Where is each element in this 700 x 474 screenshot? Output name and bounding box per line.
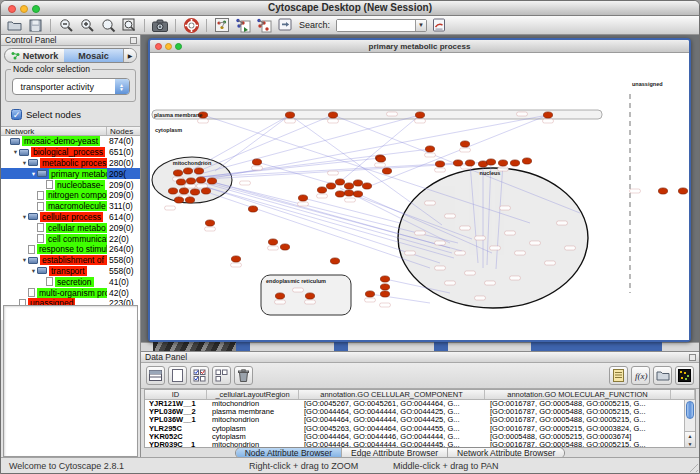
zoom-out-icon[interactable]: [57, 17, 75, 33]
network-node[interactable]: [305, 293, 314, 299]
network-node[interactable]: [465, 160, 474, 166]
help-lifering-icon[interactable]: [182, 17, 200, 33]
network-node[interactable]: [231, 256, 240, 262]
unselect-attributes-icon[interactable]: [212, 366, 231, 385]
network-node[interactable]: [460, 141, 469, 147]
network-node[interactable]: [543, 112, 552, 118]
overview-panel-icon[interactable]: [213, 17, 231, 33]
col-id[interactable]: ID: [145, 390, 207, 399]
float-panel-icon[interactable]: [130, 37, 137, 44]
tree-row[interactable]: response to stimulu264(0): [1, 244, 140, 255]
node-color-combobox[interactable]: transporter activity ▲▼: [12, 78, 130, 95]
formula-builder-icon[interactable]: f(x): [631, 366, 650, 385]
network-node[interactable]: [179, 188, 188, 194]
network-node[interactable]: [344, 183, 353, 189]
network-node[interactable]: [248, 206, 257, 212]
birdseye-view-panel[interactable]: [3, 305, 138, 457]
zoom-fit-icon[interactable]: [120, 17, 138, 33]
col-cellular-component[interactable]: annotation.GO CELLULAR_COMPONENT: [299, 390, 485, 399]
col-molecular-function[interactable]: annotation.GO MOLECULAR_FUNCTION: [485, 390, 671, 399]
network-node[interactable]: [335, 179, 344, 185]
network-node[interactable]: [376, 156, 385, 162]
network-node[interactable]: [201, 188, 210, 194]
notepad-icon[interactable]: [609, 366, 628, 385]
network-node[interactable]: [275, 293, 284, 299]
tree-row[interactable]: multi-organism pro42(0): [1, 287, 140, 298]
scrollbar-arrows[interactable]: ▲▼: [685, 431, 695, 447]
network-node[interactable]: [190, 189, 199, 195]
network-node[interactable]: [344, 190, 353, 196]
network-node[interactable]: [365, 291, 374, 297]
tree-row[interactable]: ▼metabolic process280(0): [1, 158, 140, 169]
tab-network[interactable]: Network: [5, 49, 64, 62]
annotation-icon[interactable]: [430, 17, 448, 33]
import-network-icon[interactable]: [276, 17, 294, 33]
network-node[interactable]: [298, 195, 307, 201]
attribute-table-icon[interactable]: [146, 366, 165, 385]
network-node[interactable]: [380, 291, 389, 297]
search-input[interactable]: [337, 20, 415, 31]
network-node[interactable]: [335, 191, 344, 197]
network-node[interactable]: [510, 160, 519, 166]
search-dropdown-arrow[interactable]: ▼: [415, 20, 426, 31]
network-node[interactable]: [207, 178, 216, 184]
tree-row[interactable]: nitrogen compo209(0): [1, 190, 140, 201]
table-row[interactable]: YKR052Ccytoplasm[GO:0044464, GO:0044446,…: [145, 433, 695, 441]
save-session-button[interactable]: [26, 17, 44, 33]
tree-row[interactable]: mosaic-demo-yeast874(0): [1, 136, 140, 147]
network-node[interactable]: [285, 112, 294, 118]
tree-row[interactable]: macromolecule311(0): [1, 201, 140, 212]
network-node[interactable]: [353, 191, 362, 197]
network-node[interactable]: [658, 188, 667, 194]
network-node[interactable]: [362, 183, 371, 189]
tree-col-nodes[interactable]: Nodes: [107, 127, 140, 135]
tree-row[interactable]: nucleobase-209(0): [1, 179, 140, 190]
network-node[interactable]: [415, 112, 424, 118]
tree-row[interactable]: ▼establishment of lo558(0): [1, 255, 140, 266]
col-region[interactable]: _cellularLayoutRegion: [207, 390, 299, 399]
float-panel-icon[interactable]: [689, 354, 696, 361]
network-node[interactable]: [486, 159, 495, 165]
select-attributes-icon[interactable]: [190, 366, 209, 385]
zoom-selected-icon[interactable]: [99, 17, 117, 33]
network-node[interactable]: [268, 239, 277, 245]
network-node[interactable]: [678, 188, 687, 194]
table-row[interactable]: YJR121W__1mitochondrion[GO:0045267, GO:0…: [145, 400, 695, 408]
network-node[interactable]: [183, 168, 192, 174]
snapshot-camera-icon[interactable]: [151, 17, 169, 33]
network-node[interactable]: [168, 188, 177, 194]
network-node[interactable]: [194, 168, 203, 174]
network-node[interactable]: [425, 146, 434, 152]
open-session-button[interactable]: [5, 17, 23, 33]
table-row[interactable]: YLR295Ccytoplasm[GO:0045263, GO:0044464,…: [145, 425, 695, 433]
matrix-view-icon[interactable]: [675, 366, 694, 385]
network-node[interactable]: [328, 112, 337, 118]
network-node[interactable]: [453, 160, 462, 166]
network-node[interactable]: [173, 170, 182, 176]
zoom-in-icon[interactable]: [78, 17, 96, 33]
tree-row[interactable]: ▼primary metabo209(: [1, 168, 140, 179]
tree-row[interactable]: cellular metabo209(0): [1, 222, 140, 233]
scrollbar-thumb[interactable]: [686, 401, 694, 419]
table-row[interactable]: YPL036W__2plasma membrane[GO:0044464, GO…: [145, 408, 695, 416]
apply-layout-icon[interactable]: [234, 17, 252, 33]
tab-overflow-arrow[interactable]: ▶: [123, 49, 136, 62]
network-node[interactable]: [326, 183, 335, 189]
network-node[interactable]: [353, 180, 362, 186]
network-window-titlebar[interactable]: primary metabolic process: [150, 40, 689, 53]
tree-row[interactable]: cell communicat22(0): [1, 233, 140, 244]
network-node[interactable]: [205, 220, 214, 226]
apply-vizmap-icon[interactable]: [255, 17, 273, 33]
tree-row[interactable]: ▼transport558(0): [1, 266, 140, 277]
tree-col-network[interactable]: Network: [1, 127, 107, 135]
tab-mosaic[interactable]: Mosaic: [64, 49, 123, 62]
network-node[interactable]: [185, 197, 194, 203]
tree-row[interactable]: secretion41(0): [1, 276, 140, 287]
network-node[interactable]: [174, 197, 183, 203]
network-node[interactable]: [252, 159, 261, 165]
network-node[interactable]: [435, 161, 444, 167]
network-node[interactable]: [186, 178, 195, 184]
select-nodes-checkbox[interactable]: ✓: [11, 109, 22, 120]
table-row[interactable]: YPL036W__1mitochondrion[GO:0044464, GO:0…: [145, 416, 695, 424]
delete-attribute-trash-icon[interactable]: [234, 366, 253, 385]
